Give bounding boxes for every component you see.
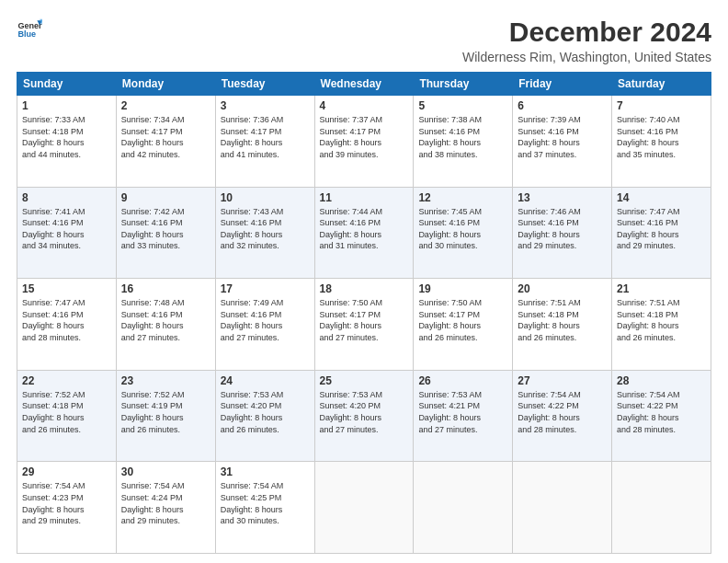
day-info: Sunrise: 7:43 AMSunset: 4:16 PMDaylight:… bbox=[221, 206, 310, 252]
day-number: 22 bbox=[22, 374, 111, 387]
day-info: Sunrise: 7:39 AMSunset: 4:16 PMDaylight:… bbox=[518, 114, 607, 160]
day-cell bbox=[314, 462, 414, 554]
day-cell: 21Sunrise: 7:51 AMSunset: 4:18 PMDayligh… bbox=[612, 279, 711, 371]
day-info: Sunrise: 7:52 AMSunset: 4:19 PMDaylight:… bbox=[121, 389, 210, 435]
day-cell: 9Sunrise: 7:42 AMSunset: 4:16 PMDaylight… bbox=[116, 187, 215, 279]
dow-header-wednesday: Wednesday bbox=[314, 73, 414, 96]
dow-header-friday: Friday bbox=[513, 73, 612, 96]
day-number: 26 bbox=[418, 374, 507, 387]
day-number: 25 bbox=[320, 374, 409, 387]
day-cell: 2Sunrise: 7:34 AMSunset: 4:17 PMDaylight… bbox=[116, 96, 215, 188]
day-cell: 25Sunrise: 7:53 AMSunset: 4:20 PMDayligh… bbox=[314, 370, 414, 462]
day-number: 27 bbox=[518, 374, 607, 387]
day-cell: 20Sunrise: 7:51 AMSunset: 4:18 PMDayligh… bbox=[513, 279, 612, 371]
day-cell bbox=[612, 462, 711, 554]
day-cell: 8Sunrise: 7:41 AMSunset: 4:16 PMDaylight… bbox=[17, 187, 117, 279]
day-info: Sunrise: 7:48 AMSunset: 4:16 PMDaylight:… bbox=[121, 297, 210, 343]
day-info: Sunrise: 7:53 AMSunset: 4:20 PMDaylight:… bbox=[320, 389, 409, 435]
day-number: 2 bbox=[121, 99, 210, 112]
week-row-1: 1Sunrise: 7:33 AMSunset: 4:18 PMDaylight… bbox=[17, 96, 711, 188]
week-row-2: 8Sunrise: 7:41 AMSunset: 4:16 PMDaylight… bbox=[17, 187, 711, 279]
day-cell: 14Sunrise: 7:47 AMSunset: 4:16 PMDayligh… bbox=[612, 187, 711, 279]
day-cell bbox=[513, 462, 612, 554]
week-row-3: 15Sunrise: 7:47 AMSunset: 4:16 PMDayligh… bbox=[17, 279, 711, 371]
logo-icon: General Blue bbox=[17, 17, 42, 42]
dow-header-sunday: Sunday bbox=[17, 73, 117, 96]
day-info: Sunrise: 7:45 AMSunset: 4:16 PMDaylight:… bbox=[418, 206, 507, 252]
day-info: Sunrise: 7:36 AMSunset: 4:17 PMDaylight:… bbox=[221, 114, 310, 160]
day-number: 23 bbox=[121, 374, 210, 387]
day-info: Sunrise: 7:46 AMSunset: 4:16 PMDaylight:… bbox=[518, 206, 607, 252]
day-cell: 12Sunrise: 7:45 AMSunset: 4:16 PMDayligh… bbox=[414, 187, 513, 279]
day-cell: 27Sunrise: 7:54 AMSunset: 4:22 PMDayligh… bbox=[513, 370, 612, 462]
day-info: Sunrise: 7:51 AMSunset: 4:18 PMDaylight:… bbox=[617, 297, 706, 343]
day-cell: 22Sunrise: 7:52 AMSunset: 4:18 PMDayligh… bbox=[17, 370, 117, 462]
day-cell: 23Sunrise: 7:52 AMSunset: 4:19 PMDayligh… bbox=[116, 370, 215, 462]
calendar: SundayMondayTuesdayWednesdayThursdayFrid… bbox=[17, 72, 711, 554]
day-number: 9 bbox=[121, 191, 210, 204]
day-cell: 28Sunrise: 7:54 AMSunset: 4:22 PMDayligh… bbox=[612, 370, 711, 462]
day-number: 14 bbox=[617, 191, 706, 204]
day-number: 19 bbox=[418, 282, 507, 295]
day-cell: 24Sunrise: 7:53 AMSunset: 4:20 PMDayligh… bbox=[215, 370, 314, 462]
day-cell: 29Sunrise: 7:54 AMSunset: 4:23 PMDayligh… bbox=[17, 462, 117, 554]
day-number: 4 bbox=[320, 99, 409, 112]
day-info: Sunrise: 7:54 AMSunset: 4:25 PMDaylight:… bbox=[221, 480, 310, 526]
day-info: Sunrise: 7:40 AMSunset: 4:16 PMDaylight:… bbox=[617, 114, 706, 160]
day-cell: 1Sunrise: 7:33 AMSunset: 4:18 PMDaylight… bbox=[17, 96, 117, 188]
day-info: Sunrise: 7:53 AMSunset: 4:20 PMDaylight:… bbox=[221, 389, 310, 435]
day-cell: 6Sunrise: 7:39 AMSunset: 4:16 PMDaylight… bbox=[513, 96, 612, 188]
dow-header-thursday: Thursday bbox=[414, 73, 513, 96]
day-cell: 3Sunrise: 7:36 AMSunset: 4:17 PMDaylight… bbox=[215, 96, 314, 188]
day-info: Sunrise: 7:50 AMSunset: 4:17 PMDaylight:… bbox=[320, 297, 409, 343]
day-number: 28 bbox=[617, 374, 706, 387]
day-number: 21 bbox=[617, 282, 706, 295]
calendar-body: 1Sunrise: 7:33 AMSunset: 4:18 PMDaylight… bbox=[17, 96, 711, 554]
day-cell: 30Sunrise: 7:54 AMSunset: 4:24 PMDayligh… bbox=[116, 462, 215, 554]
day-info: Sunrise: 7:38 AMSunset: 4:16 PMDaylight:… bbox=[418, 114, 507, 160]
day-number: 16 bbox=[121, 282, 210, 295]
day-cell: 11Sunrise: 7:44 AMSunset: 4:16 PMDayligh… bbox=[314, 187, 414, 279]
day-info: Sunrise: 7:54 AMSunset: 4:24 PMDaylight:… bbox=[121, 480, 210, 526]
day-number: 7 bbox=[617, 99, 706, 112]
day-cell: 10Sunrise: 7:43 AMSunset: 4:16 PMDayligh… bbox=[215, 187, 314, 279]
day-number: 3 bbox=[221, 99, 310, 112]
week-row-4: 22Sunrise: 7:52 AMSunset: 4:18 PMDayligh… bbox=[17, 370, 711, 462]
day-number: 30 bbox=[121, 465, 210, 478]
day-cell: 26Sunrise: 7:53 AMSunset: 4:21 PMDayligh… bbox=[414, 370, 513, 462]
day-info: Sunrise: 7:54 AMSunset: 4:23 PMDaylight:… bbox=[22, 480, 111, 526]
day-info: Sunrise: 7:37 AMSunset: 4:17 PMDaylight:… bbox=[320, 114, 409, 160]
day-number: 15 bbox=[22, 282, 111, 295]
day-info: Sunrise: 7:41 AMSunset: 4:16 PMDaylight:… bbox=[22, 206, 111, 252]
day-number: 29 bbox=[22, 465, 111, 478]
day-info: Sunrise: 7:47 AMSunset: 4:16 PMDaylight:… bbox=[22, 297, 111, 343]
day-info: Sunrise: 7:52 AMSunset: 4:18 PMDaylight:… bbox=[22, 389, 111, 435]
title-block: December 2024 Wilderness Rim, Washington… bbox=[462, 17, 711, 64]
week-row-5: 29Sunrise: 7:54 AMSunset: 4:23 PMDayligh… bbox=[17, 462, 711, 554]
day-info: Sunrise: 7:34 AMSunset: 4:17 PMDaylight:… bbox=[121, 114, 210, 160]
day-info: Sunrise: 7:54 AMSunset: 4:22 PMDaylight:… bbox=[617, 389, 706, 435]
day-cell: 16Sunrise: 7:48 AMSunset: 4:16 PMDayligh… bbox=[116, 279, 215, 371]
day-cell: 5Sunrise: 7:38 AMSunset: 4:16 PMDaylight… bbox=[414, 96, 513, 188]
day-cell: 17Sunrise: 7:49 AMSunset: 4:16 PMDayligh… bbox=[215, 279, 314, 371]
svg-text:Blue: Blue bbox=[17, 29, 36, 39]
day-number: 5 bbox=[418, 99, 507, 112]
day-info: Sunrise: 7:44 AMSunset: 4:16 PMDaylight:… bbox=[320, 206, 409, 252]
day-cell: 15Sunrise: 7:47 AMSunset: 4:16 PMDayligh… bbox=[17, 279, 117, 371]
day-number: 13 bbox=[518, 191, 607, 204]
day-number: 8 bbox=[22, 191, 111, 204]
day-info: Sunrise: 7:54 AMSunset: 4:22 PMDaylight:… bbox=[518, 389, 607, 435]
day-number: 1 bbox=[22, 99, 111, 112]
day-cell: 7Sunrise: 7:40 AMSunset: 4:16 PMDaylight… bbox=[612, 96, 711, 188]
day-info: Sunrise: 7:53 AMSunset: 4:21 PMDaylight:… bbox=[418, 389, 507, 435]
day-number: 6 bbox=[518, 99, 607, 112]
day-cell: 19Sunrise: 7:50 AMSunset: 4:17 PMDayligh… bbox=[414, 279, 513, 371]
dow-header-monday: Monday bbox=[116, 73, 215, 96]
day-number: 24 bbox=[221, 374, 310, 387]
day-info: Sunrise: 7:50 AMSunset: 4:17 PMDaylight:… bbox=[418, 297, 507, 343]
day-info: Sunrise: 7:49 AMSunset: 4:16 PMDaylight:… bbox=[221, 297, 310, 343]
dow-header-tuesday: Tuesday bbox=[215, 73, 314, 96]
days-of-week-row: SundayMondayTuesdayWednesdayThursdayFrid… bbox=[17, 73, 711, 96]
day-info: Sunrise: 7:51 AMSunset: 4:18 PMDaylight:… bbox=[518, 297, 607, 343]
day-number: 17 bbox=[221, 282, 310, 295]
